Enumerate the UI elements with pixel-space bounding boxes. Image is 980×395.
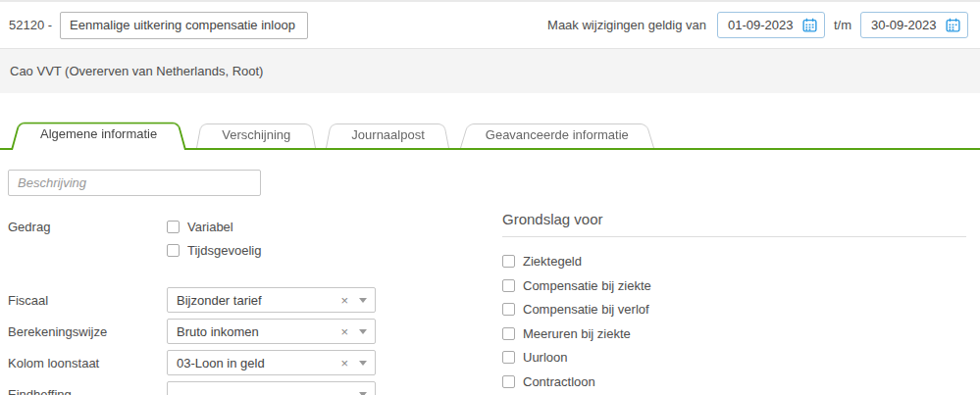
- validity-label: Maak wijzigingen geldig van: [547, 18, 706, 32]
- checkbox-contractloon[interactable]: Contractloon: [502, 374, 966, 389]
- tab-strip: Algemene informatie Verschijning Journaa…: [0, 120, 980, 150]
- checkbox-icon[interactable]: [502, 327, 515, 340]
- gedrag-options: Variabel Tijdsgevoelig: [167, 220, 261, 267]
- clear-icon[interactable]: ×: [335, 294, 354, 307]
- grondslag-column: Grondslag voor Ziektegeld Compensatie bi…: [495, 170, 966, 395]
- chevron-down-icon[interactable]: [359, 329, 367, 334]
- description-input[interactable]: [8, 170, 261, 196]
- checkbox-icon[interactable]: [502, 351, 515, 364]
- checkbox-icon[interactable]: [502, 303, 515, 316]
- date-from-field[interactable]: 01-09-2023: [717, 12, 825, 38]
- clear-icon[interactable]: ×: [335, 325, 354, 338]
- gedrag-label: Gedrag: [8, 220, 167, 234]
- eindheffing-label: Eindheffing: [8, 387, 167, 395]
- chevron-down-icon[interactable]: [359, 361, 367, 366]
- eindheffing-select[interactable]: [167, 381, 376, 395]
- berekeningswijze-field: Berekeningswijze Bruto inkomen ×: [8, 319, 495, 344]
- gedrag-field: Gedrag Variabel Tijdsgevoelig: [8, 220, 495, 267]
- tab-verschijning[interactable]: Verschijning: [196, 122, 316, 148]
- date-to-field[interactable]: 30-09-2023: [860, 12, 968, 38]
- validity-controls: Maak wijzigingen geldig van 01-09-2023 t…: [547, 12, 968, 38]
- checkbox-icon[interactable]: [502, 279, 515, 292]
- checkbox-tijdsgevoelig[interactable]: Tijdsgevoelig: [167, 243, 261, 258]
- berekeningswijze-select[interactable]: Bruto inkomen ×: [167, 319, 376, 344]
- date-range-separator: t/m: [834, 18, 851, 32]
- wage-code-prefix: 52120 -: [9, 18, 52, 32]
- berekeningswijze-label: Berekeningswijze: [8, 324, 167, 339]
- chevron-down-icon[interactable]: [359, 298, 367, 303]
- checkbox-uurloon[interactable]: Uurloon: [502, 350, 966, 365]
- kolom-loonstaat-select[interactable]: 03-Loon in geld ×: [167, 350, 376, 375]
- cao-context-text: Cao VVT (Overerven van Netherlands, Root…: [10, 64, 263, 78]
- kolom-loonstaat-field: Kolom loonstaat 03-Loon in geld ×: [8, 350, 495, 375]
- date-from-value: 01-09-2023: [728, 18, 802, 32]
- checkbox-variabel[interactable]: Variabel: [167, 220, 261, 234]
- tab-journaalpost[interactable]: Journaalpost: [326, 122, 449, 148]
- cao-context-bar: Cao VVT (Overerven van Netherlands, Root…: [0, 48, 980, 93]
- checkbox-icon[interactable]: [502, 255, 515, 268]
- checkbox-meeruren-bij-ziekte[interactable]: Meeruren bij ziekte: [502, 326, 966, 341]
- checkbox-compensatie-bij-verlof[interactable]: Compensatie bij verlof: [502, 302, 966, 317]
- settings-column: Gedrag Variabel Tijdsgevoelig Fiscaal Bi…: [8, 170, 495, 395]
- grondslag-voor-heading: Grondslag voor: [502, 211, 966, 237]
- top-bar: 52120 - Maak wijzigingen geldig van 01-0…: [0, 0, 980, 48]
- checkbox-icon[interactable]: [502, 375, 515, 388]
- eindheffing-field: Eindheffing: [8, 381, 495, 395]
- checkbox-icon[interactable]: [167, 244, 180, 257]
- tab-algemene-informatie[interactable]: Algemene informatie: [11, 120, 186, 148]
- date-to-value: 30-09-2023: [871, 18, 946, 32]
- chevron-down-icon[interactable]: [359, 392, 367, 395]
- wage-component-name-input[interactable]: [60, 12, 308, 39]
- fiscaal-label: Fiscaal: [8, 293, 167, 308]
- checkbox-compensatie-bij-ziekte[interactable]: Compensatie bij ziekte: [502, 278, 966, 293]
- grondslag-options: Ziektegeld Compensatie bij ziekte Compen…: [502, 254, 966, 395]
- fiscaal-select[interactable]: Bijzonder tarief ×: [167, 287, 376, 313]
- kolom-loonstaat-label: Kolom loonstaat: [8, 356, 167, 370]
- clear-icon[interactable]: ×: [335, 357, 354, 370]
- tab-geavanceerde-informatie[interactable]: Geavanceerde informatie: [460, 122, 654, 148]
- fiscaal-field: Fiscaal Bijzonder tarief ×: [8, 287, 495, 313]
- checkbox-ziektegeld[interactable]: Ziektegeld: [502, 254, 966, 269]
- tab-content-algemene-informatie: Gedrag Variabel Tijdsgevoelig Fiscaal Bi…: [0, 150, 980, 395]
- calendar-icon[interactable]: [946, 18, 960, 32]
- checkbox-icon[interactable]: [167, 221, 180, 233]
- calendar-icon[interactable]: [802, 18, 817, 32]
